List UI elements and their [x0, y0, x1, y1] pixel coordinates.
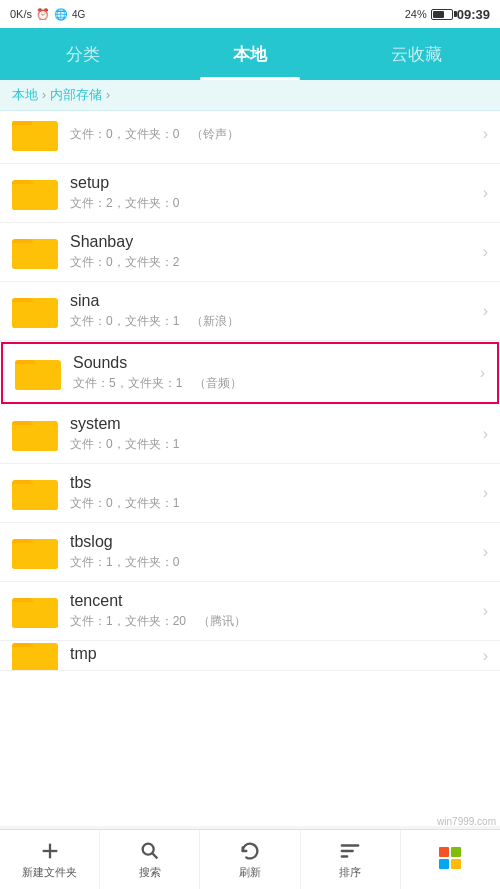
- svg-line-24: [152, 853, 157, 858]
- tab-classify[interactable]: 分类: [0, 28, 167, 80]
- breadcrumb-separator-2: ›: [106, 88, 110, 102]
- file-name-system: system: [70, 415, 475, 433]
- list-item-tbs[interactable]: tbs 文件：0，文件夹：1 ›: [0, 464, 500, 523]
- svg-rect-10: [15, 364, 61, 390]
- folder-icon-tbs: [12, 474, 58, 512]
- nav-new-folder[interactable]: 新建文件夹: [0, 830, 100, 889]
- list-item-shanbay[interactable]: Shanbay 文件：0，文件夹：2 ›: [0, 223, 500, 282]
- list-item-tmp[interactable]: tmp ›: [0, 641, 500, 671]
- chevron-icon-truncated: ›: [483, 125, 488, 143]
- nav-refresh-label: 刷新: [239, 865, 261, 880]
- folder-icon-tmp: [12, 641, 58, 671]
- file-name-shanbay: Shanbay: [70, 233, 475, 251]
- list-item-truncated[interactable]: 文件：0，文件夹：0 （铃声） ›: [0, 111, 500, 164]
- file-info-system: system 文件：0，文件夹：1: [70, 415, 475, 453]
- chevron-icon-tbslog: ›: [483, 543, 488, 561]
- clock: 09:39: [457, 7, 490, 22]
- file-name-sina: sina: [70, 292, 475, 310]
- battery-icon: [431, 9, 453, 20]
- file-info-tbslog: tbslog 文件：1，文件夹：0: [70, 533, 475, 571]
- tab-cloud-label: 云收藏: [391, 43, 442, 66]
- tab-cloud[interactable]: 云收藏: [333, 28, 500, 80]
- file-name-tencent: tencent: [70, 592, 475, 610]
- list-item-sounds[interactable]: Sounds 文件：5，文件夹：1 （音频） ›: [1, 342, 499, 404]
- nav-refresh[interactable]: 刷新: [200, 830, 300, 889]
- chevron-icon-sina: ›: [483, 302, 488, 320]
- nav-windows[interactable]: [401, 830, 500, 889]
- file-name-tbslog: tbslog: [70, 533, 475, 551]
- svg-rect-12: [12, 425, 58, 451]
- folder-icon-system: [12, 415, 58, 453]
- file-meta-tencent: 文件：1，文件夹：20 （腾讯）: [70, 613, 475, 630]
- speed-indicator: 0K/s: [10, 8, 32, 20]
- list-item-sina[interactable]: sina 文件：0，文件夹：1 （新浪） ›: [0, 282, 500, 341]
- tab-local-label: 本地: [233, 43, 267, 66]
- folder-icon-shanbay: [12, 233, 58, 271]
- file-meta-sounds: 文件：5，文件夹：1 （音频）: [73, 375, 472, 392]
- nav-new-folder-label: 新建文件夹: [22, 865, 77, 880]
- svg-rect-6: [12, 243, 58, 269]
- list-item-tbslog[interactable]: tbslog 文件：1，文件夹：0 ›: [0, 523, 500, 582]
- breadcrumb: 本地 › 内部存储 ›: [0, 80, 500, 111]
- file-meta-truncated: 文件：0，文件夹：0 （铃声）: [70, 126, 475, 143]
- file-meta-system: 文件：0，文件夹：1: [70, 436, 475, 453]
- nav-search[interactable]: 搜索: [100, 830, 200, 889]
- file-name-tmp: tmp: [70, 645, 475, 663]
- breadcrumb-item-local[interactable]: 本地: [12, 86, 38, 104]
- file-meta-sina: 文件：0，文件夹：1 （新浪）: [70, 313, 475, 330]
- file-name-setup: setup: [70, 174, 475, 192]
- list-item-tencent[interactable]: tencent 文件：1，文件夹：20 （腾讯） ›: [0, 582, 500, 641]
- list-item-system[interactable]: system 文件：0，文件夹：1 ›: [0, 405, 500, 464]
- refresh-icon: [239, 840, 261, 862]
- file-info-truncated: 文件：0，文件夹：0 （铃声）: [70, 126, 475, 143]
- list-item-setup[interactable]: setup 文件：2，文件夹：0 ›: [0, 164, 500, 223]
- chevron-icon-tmp: ›: [483, 647, 488, 665]
- chevron-icon-system: ›: [483, 425, 488, 443]
- wifi-icon: 🌐: [54, 8, 68, 21]
- sort-icon: [339, 840, 361, 862]
- nav-search-label: 搜索: [139, 865, 161, 880]
- breadcrumb-item-storage[interactable]: 内部存储: [50, 86, 102, 104]
- folder-icon-sina: [12, 292, 58, 330]
- status-bar: 0K/s ⏰ 🌐 4G 24% 09:39: [0, 0, 500, 28]
- chevron-icon-sounds: ›: [480, 364, 485, 382]
- file-info-sina: sina 文件：0，文件夹：1 （新浪）: [70, 292, 475, 330]
- folder-icon-tencent: [12, 592, 58, 630]
- search-icon: [139, 840, 161, 862]
- file-meta-shanbay: 文件：0，文件夹：2: [70, 254, 475, 271]
- svg-rect-4: [12, 184, 58, 210]
- folder-icon-truncated: [12, 115, 58, 153]
- alarm-icon: ⏰: [36, 8, 50, 21]
- svg-rect-2: [12, 125, 58, 151]
- chevron-icon-setup: ›: [483, 184, 488, 202]
- tab-local[interactable]: 本地: [167, 28, 334, 80]
- file-info-tmp: tmp: [70, 645, 475, 666]
- svg-rect-8: [12, 302, 58, 328]
- file-name-sounds: Sounds: [73, 354, 472, 372]
- folder-icon-sounds: [15, 354, 61, 392]
- battery-percent: 24%: [405, 8, 427, 20]
- nav-sort[interactable]: 排序: [301, 830, 401, 889]
- svg-rect-16: [12, 543, 58, 569]
- svg-rect-14: [12, 484, 58, 510]
- folder-icon-setup: [12, 174, 58, 212]
- nav-sort-label: 排序: [339, 865, 361, 880]
- signal-icon: 4G: [72, 9, 85, 20]
- file-meta-tbslog: 文件：1，文件夹：0: [70, 554, 475, 571]
- file-meta-setup: 文件：2，文件夹：0: [70, 195, 475, 212]
- svg-point-23: [142, 843, 153, 854]
- folder-icon-tbslog: [12, 533, 58, 571]
- chevron-icon-shanbay: ›: [483, 243, 488, 261]
- svg-rect-18: [12, 602, 58, 628]
- file-list: 文件：0，文件夹：0 （铃声） › setup 文件：2，文件夹：0 ›: [0, 111, 500, 826]
- windows-logo-icon: [439, 847, 461, 869]
- bottom-nav: 新建文件夹 搜索 刷新 排序: [0, 829, 500, 889]
- file-info-tencent: tencent 文件：1，文件夹：20 （腾讯）: [70, 592, 475, 630]
- tab-classify-label: 分类: [66, 43, 100, 66]
- tab-bar: 分类 本地 云收藏: [0, 28, 500, 80]
- file-info-shanbay: Shanbay 文件：0，文件夹：2: [70, 233, 475, 271]
- file-info-tbs: tbs 文件：0，文件夹：1: [70, 474, 475, 512]
- file-info-setup: setup 文件：2，文件夹：0: [70, 174, 475, 212]
- file-meta-tbs: 文件：0，文件夹：1: [70, 495, 475, 512]
- plus-icon: [39, 840, 61, 862]
